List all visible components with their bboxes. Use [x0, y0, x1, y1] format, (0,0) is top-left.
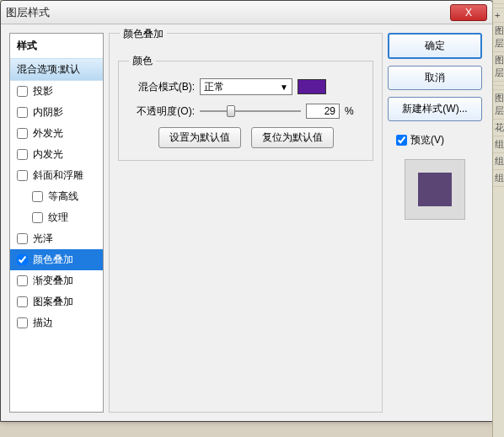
- close-button[interactable]: X: [450, 4, 487, 21]
- blend-mode-value: 正常: [204, 80, 224, 94]
- style-item-label: 光泽: [33, 232, 53, 246]
- new-style-button[interactable]: 新建样式(W)...: [388, 97, 482, 121]
- opacity-slider[interactable]: [200, 104, 301, 119]
- options-group-title: 颜色叠加: [120, 27, 167, 41]
- gutter-item: 组: [493, 136, 504, 153]
- gutter-item: 组: [493, 170, 504, 187]
- style-item-label: 内阴影: [33, 105, 63, 120]
- slider-track: [200, 110, 301, 112]
- default-buttons-row: 设置为默认值 复位为默认值: [129, 127, 362, 148]
- style-item-checkbox[interactable]: [32, 212, 43, 223]
- style-item-checkbox[interactable]: [17, 296, 28, 307]
- preview-swatch: [418, 173, 452, 206]
- color-group-title: 颜色: [129, 54, 156, 68]
- preview-box: [405, 159, 465, 220]
- slider-thumb[interactable]: [227, 105, 235, 117]
- style-item-label: 颜色叠加: [33, 253, 73, 267]
- gutter-item: 图层: [493, 90, 504, 120]
- style-item-checkbox[interactable]: [17, 86, 28, 97]
- set-default-button[interactable]: 设置为默认值: [158, 127, 241, 148]
- styles-panel: 样式 混合选项:默认 投影内阴影外发光内发光斜面和浮雕等高线纹理光泽颜色叠加渐变…: [9, 33, 104, 413]
- style-item-7[interactable]: 光泽: [10, 228, 103, 249]
- style-item-label: 等高线: [48, 189, 78, 204]
- gutter-item: +: [493, 8, 504, 23]
- opacity-row: 不透明度(O): %: [129, 104, 362, 119]
- style-item-checkbox[interactable]: [17, 149, 28, 160]
- preview-checkbox[interactable]: [396, 135, 407, 146]
- blending-options-default[interactable]: 混合选项:默认: [10, 58, 103, 81]
- gutter-item: 图层: [493, 52, 504, 82]
- style-item-checkbox[interactable]: [17, 170, 28, 181]
- style-item-label: 投影: [33, 84, 53, 99]
- titlebar[interactable]: 图层样式 X: [1, 1, 492, 24]
- style-item-5[interactable]: 等高线: [10, 186, 103, 207]
- style-item-checkbox[interactable]: [17, 128, 28, 139]
- style-item-0[interactable]: 投影: [10, 81, 103, 102]
- layer-style-window: 图层样式 X 样式 混合选项:默认 投影内阴影外发光内发光斜面和浮雕等高线纹理光…: [0, 0, 493, 422]
- chevron-down-icon: ▼: [280, 83, 288, 92]
- window-title: 图层样式: [6, 5, 450, 20]
- style-item-label: 斜面和浮雕: [33, 168, 83, 183]
- style-item-3[interactable]: 内发光: [10, 144, 103, 165]
- style-item-4[interactable]: 斜面和浮雕: [10, 165, 103, 186]
- style-item-label: 内发光: [33, 147, 63, 162]
- style-item-1[interactable]: 内阴影: [10, 102, 103, 123]
- style-item-checkbox[interactable]: [17, 275, 28, 286]
- style-item-6[interactable]: 纹理: [10, 207, 103, 228]
- style-item-10[interactable]: 图案叠加: [10, 291, 103, 312]
- right-panel: 确定 取消 新建样式(W)... 预览(V): [388, 33, 482, 413]
- blend-mode-select[interactable]: 正常 ▼: [200, 78, 292, 95]
- preview-label: 预览(V): [410, 133, 444, 147]
- style-item-label: 渐变叠加: [33, 274, 73, 288]
- opacity-label: 不透明度(O):: [129, 104, 195, 119]
- ok-button[interactable]: 确定: [388, 33, 482, 59]
- options-groupbox: 颜色叠加 颜色 混合模式(B): 正常 ▼ 不透明度(O):: [109, 33, 383, 413]
- gutter-item: 图层: [493, 23, 504, 52]
- preview-checkbox-row[interactable]: 预览(V): [396, 133, 482, 147]
- blend-mode-row: 混合模式(B): 正常 ▼: [129, 78, 362, 95]
- style-item-2[interactable]: 外发光: [10, 123, 103, 144]
- gutter-item: 组: [493, 153, 504, 170]
- style-item-label: 外发光: [33, 126, 63, 141]
- style-item-checkbox[interactable]: [17, 254, 28, 265]
- style-item-label: 描边: [33, 316, 53, 330]
- style-item-checkbox[interactable]: [17, 317, 28, 328]
- styles-header: 样式: [10, 34, 103, 58]
- color-swatch[interactable]: [298, 79, 326, 94]
- style-item-checkbox[interactable]: [17, 233, 28, 244]
- style-item-checkbox[interactable]: [32, 191, 43, 202]
- style-item-9[interactable]: 渐变叠加: [10, 270, 103, 291]
- close-icon: X: [465, 7, 472, 19]
- color-groupbox: 颜色 混合模式(B): 正常 ▼ 不透明度(O):: [118, 54, 373, 161]
- reset-default-button[interactable]: 复位为默认值: [251, 127, 334, 148]
- background-panel-strip: +图层图层图层花组组组: [492, 0, 504, 437]
- cancel-button[interactable]: 取消: [388, 66, 482, 90]
- content-area: 样式 混合选项:默认 投影内阴影外发光内发光斜面和浮雕等高线纹理光泽颜色叠加渐变…: [6, 29, 487, 416]
- style-item-checkbox[interactable]: [17, 107, 28, 118]
- style-item-8[interactable]: 颜色叠加: [10, 249, 103, 270]
- style-item-label: 纹理: [48, 211, 68, 225]
- gutter-item: 花: [493, 120, 504, 136]
- opacity-input[interactable]: [306, 104, 340, 119]
- style-item-11[interactable]: 描边: [10, 312, 103, 333]
- opacity-unit: %: [345, 105, 354, 117]
- style-item-label: 图案叠加: [33, 295, 73, 309]
- blend-mode-label: 混合模式(B):: [129, 80, 195, 94]
